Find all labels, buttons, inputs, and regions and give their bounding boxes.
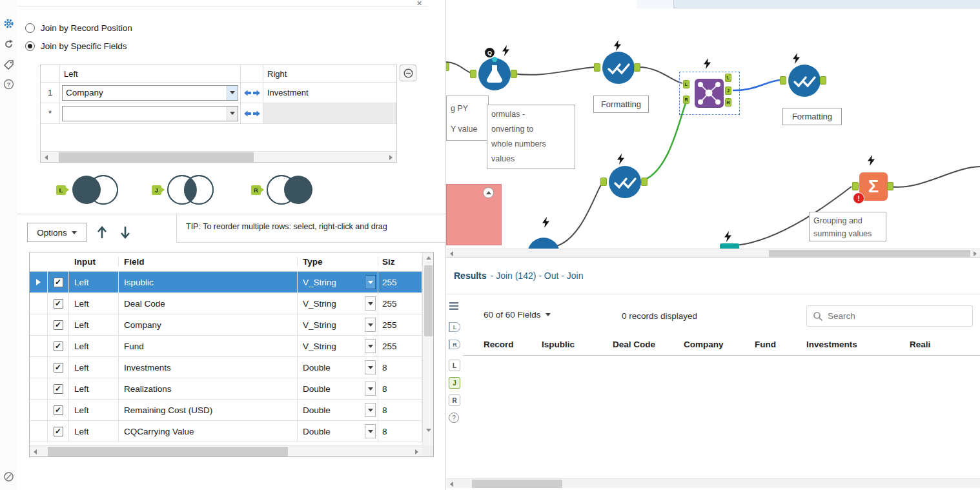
- scroll-right-arrow[interactable]: [385, 152, 396, 163]
- field-row[interactable]: ✓ Left Realizations Double 8: [30, 378, 433, 400]
- scrollbar-thumb[interactable]: [424, 265, 433, 336]
- join-input-right-anchor[interactable]: R: [683, 96, 689, 104]
- search-input[interactable]: [828, 311, 957, 321]
- row-selector[interactable]: [30, 293, 48, 314]
- scroll-up-arrow[interactable]: [423, 252, 434, 263]
- status-circle-icon[interactable]: [3, 471, 14, 482]
- swap-arrows-icon[interactable]: [244, 110, 260, 117]
- field-row[interactable]: ✓ Left Company V_String 255: [30, 314, 433, 336]
- metadata-right-button[interactable]: R: [449, 340, 460, 349]
- results-hscrollbar[interactable]: [446, 478, 980, 488]
- formatting1-input-anchor[interactable]: [594, 63, 600, 72]
- collapse-container-button[interactable]: [483, 187, 494, 198]
- offscreen-output-anchor[interactable]: [445, 63, 449, 71]
- type-dropdown-button[interactable]: [365, 275, 376, 289]
- annotation-box[interactable]: ormulas - onverting to whole numbers val…: [487, 105, 575, 169]
- column-header[interactable]: Ispublic: [542, 340, 613, 349]
- field-checkbox[interactable]: ✓: [54, 405, 63, 415]
- type-cell[interactable]: V_String: [298, 272, 378, 292]
- formatting-tool-2[interactable]: [788, 65, 821, 97]
- wire-mid-to-join[interactable]: [642, 103, 686, 181]
- help-icon[interactable]: ?: [3, 79, 14, 90]
- type-dropdown-button[interactable]: [365, 424, 376, 438]
- radio-unselected-icon[interactable]: [25, 23, 35, 33]
- column-header[interactable]: Deal Code: [613, 340, 684, 349]
- scroll-right-arrow[interactable]: [411, 446, 422, 457]
- field-checkbox[interactable]: ✓: [54, 320, 63, 330]
- wire-into-formula[interactable]: [446, 62, 472, 73]
- metadata-left-button[interactable]: L: [449, 322, 460, 332]
- summarize-output-anchor[interactable]: [887, 182, 893, 190]
- size-column-header[interactable]: Siz: [378, 257, 422, 267]
- output-join-button[interactable]: J: [449, 377, 460, 389]
- join-input-left-anchor[interactable]: L: [683, 80, 689, 88]
- annotation-box[interactable]: g PY Y value: [446, 96, 489, 141]
- field-row[interactable]: ✓ Left Remaining Cost (USD) Double 8: [30, 400, 433, 421]
- tag-icon[interactable]: [3, 59, 14, 70]
- type-cell[interactable]: V_String: [298, 293, 378, 314]
- search-box[interactable]: [806, 305, 973, 327]
- row-selector[interactable]: [30, 400, 48, 420]
- join-output-left-anchor[interactable]: L: [725, 74, 731, 82]
- radio-selected-icon[interactable]: [25, 41, 35, 51]
- row-selector[interactable]: [30, 378, 48, 399]
- help-icon[interactable]: ?: [449, 413, 459, 423]
- workflow-tab[interactable]: [637, 0, 674, 8]
- join-by-position-option[interactable]: Join by Record Position: [25, 21, 132, 34]
- field-checkbox[interactable]: ✓: [54, 278, 63, 287]
- move-down-button[interactable]: [119, 225, 131, 240]
- left-field-dropdown-empty[interactable]: [62, 106, 238, 121]
- column-header[interactable]: Investments: [806, 340, 910, 349]
- mapping-hscrollbar[interactable]: [41, 151, 396, 162]
- output-right-button[interactable]: R: [449, 394, 460, 406]
- formula-output-anchor[interactable]: [511, 70, 517, 78]
- left-field-dropdown[interactable]: Company: [62, 85, 238, 101]
- type-dropdown-button[interactable]: [365, 382, 376, 396]
- dropdown-button[interactable]: [227, 86, 238, 100]
- type-cell[interactable]: Double: [298, 421, 378, 442]
- annotation-box[interactable]: Grouping and summing values: [809, 212, 886, 241]
- options-button[interactable]: Options: [27, 223, 87, 242]
- join-by-fields-option[interactable]: Join by Specific Fields: [25, 39, 127, 52]
- scrollbar-thumb[interactable]: [48, 447, 288, 456]
- type-column-header[interactable]: Type: [298, 257, 378, 267]
- tool-annotation-label[interactable]: Formatting: [782, 108, 842, 125]
- type-dropdown-button[interactable]: [365, 318, 376, 332]
- wire-into-mid-tool[interactable]: [555, 183, 602, 247]
- field-row[interactable]: ✓ Left Deal Code V_String 255: [30, 293, 433, 314]
- formatting1-output-anchor[interactable]: [634, 63, 640, 72]
- output-left-button[interactable]: L: [449, 360, 460, 371]
- field-row[interactable]: ✓ Left CQCarrying Value Double 8: [30, 421, 433, 442]
- refresh-icon[interactable]: [3, 39, 14, 50]
- type-dropdown-button[interactable]: [365, 360, 376, 374]
- workflow-canvas[interactable]: g PY Y value ormulas - onverting to whol…: [445, 0, 980, 257]
- remove-row-button[interactable]: [400, 65, 416, 81]
- formatting-tool-1[interactable]: [602, 52, 635, 84]
- type-cell[interactable]: Double: [298, 400, 378, 420]
- formatting2-output-anchor[interactable]: [820, 76, 826, 85]
- type-cell[interactable]: Double: [298, 378, 378, 399]
- formula-input-anchor[interactable]: [470, 70, 476, 78]
- column-header[interactable]: Fund: [755, 340, 806, 349]
- close-icon[interactable]: ✕: [416, 0, 422, 8]
- column-header[interactable]: Reali: [910, 340, 980, 349]
- right-field-value[interactable]: Investment: [263, 83, 396, 103]
- row-selector[interactable]: [30, 336, 48, 356]
- field-row[interactable]: ✓ Left Investments Double 8: [30, 357, 433, 378]
- error-badge[interactable]: !: [853, 192, 864, 204]
- column-header[interactable]: Company: [684, 340, 755, 349]
- type-dropdown-button[interactable]: [365, 296, 376, 311]
- field-checkbox[interactable]: ✓: [54, 299, 63, 309]
- field-row[interactable]: ✓ Left Ispublic V_String 255: [30, 272, 433, 293]
- type-dropdown-button[interactable]: [365, 339, 376, 353]
- field-checkbox[interactable]: ✓: [54, 427, 63, 436]
- swap-arrows-icon[interactable]: [244, 89, 260, 97]
- type-cell[interactable]: Double: [298, 357, 378, 378]
- join-output-right-anchor[interactable]: R: [725, 98, 731, 107]
- grid-vscrollbar[interactable]: [422, 252, 433, 447]
- fields-dropdown[interactable]: 60 of 60 Fields: [484, 308, 551, 321]
- summarize-input-anchor[interactable]: [852, 182, 859, 190]
- wire-formatting1-to-join[interactable]: [639, 67, 682, 83]
- scroll-left-arrow[interactable]: [446, 479, 457, 489]
- row-selector[interactable]: [30, 314, 48, 335]
